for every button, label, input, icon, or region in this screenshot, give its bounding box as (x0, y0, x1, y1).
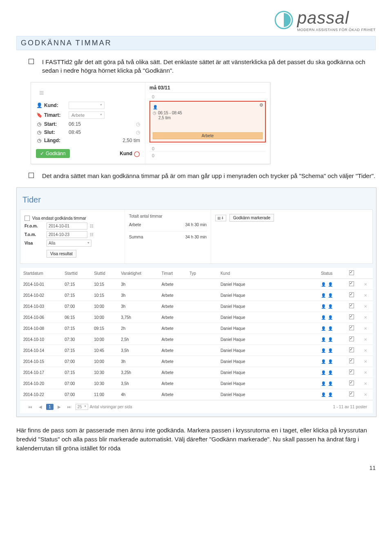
table-row[interactable]: 2014-10-2207:0011:004hArbeteDaniel Haque… (20, 389, 373, 400)
row-checkbox[interactable] (349, 281, 354, 286)
row-checkbox[interactable] (349, 336, 354, 341)
only-approved-checkbox[interactable] (24, 216, 30, 221)
tider-title: Tider (17, 188, 376, 209)
cell-typ (186, 279, 217, 290)
clock-icon: ◷ (36, 138, 42, 143)
table-row[interactable]: 2014-10-1707:1510:303,25hArbeteDaniel Ha… (20, 367, 373, 378)
th-status[interactable]: Status (318, 268, 346, 279)
calendar-icon[interactable]: ☷ (90, 224, 94, 228)
cell-startdatum: 2014-10-08 (20, 323, 61, 334)
cell-varaktighet: 3,25h (118, 367, 158, 378)
cell-startdatum: 2014-10-15 (20, 356, 61, 367)
pager-last-icon[interactable]: ⏭ (65, 404, 74, 410)
row-delete-icon[interactable]: ✕ (361, 312, 373, 323)
row-delete-icon[interactable]: ✕ (361, 367, 373, 378)
show-select[interactable]: Alla (47, 240, 91, 247)
cell-startdatum: 2014-10-03 (20, 301, 61, 312)
table-row[interactable]: 2014-10-1007:3010:002,5hArbeteDaniel Haq… (20, 334, 373, 345)
slut-value[interactable]: 08:45 (69, 129, 81, 135)
cell-sluttid: 10:15 (91, 279, 118, 290)
th-varaktighet[interactable]: Varaktighet (118, 268, 158, 279)
th-timart[interactable]: Timart (158, 268, 186, 279)
cell-starttid: 07:15 (61, 279, 91, 290)
row-delete-icon[interactable]: ✕ (361, 290, 373, 301)
row-checkbox[interactable] (349, 303, 354, 308)
row-checkbox[interactable] (349, 392, 354, 396)
clock-picker-icon[interactable]: ◷ (136, 129, 140, 135)
pager-current[interactable]: 1 (46, 404, 53, 410)
export-icon[interactable]: ▦⬇ (215, 215, 226, 221)
row-checkbox[interactable] (349, 370, 354, 374)
total-arbete-value: 34 h 30 min (185, 223, 207, 227)
approve-button[interactable]: ✓ Godkänn (36, 149, 70, 158)
from-label: Fr.o.m. (24, 224, 44, 228)
status-icons: 👤 👤 (321, 315, 333, 320)
row-delete-icon[interactable]: ✕ (361, 356, 373, 367)
row-checkbox[interactable] (349, 347, 354, 352)
pager-first-icon[interactable]: ⏮ (26, 404, 35, 410)
cell-varaktighet: 3,5h (118, 345, 158, 356)
row-checkbox[interactable] (349, 325, 354, 330)
clock-picker-icon[interactable]: ◷ (136, 121, 140, 127)
start-value[interactable]: 06:15 (69, 121, 81, 127)
th-kund[interactable]: Kund (217, 268, 318, 279)
show-results-button[interactable]: Visa resultat (47, 250, 76, 258)
cell-startdatum: 2014-10-10 (20, 334, 61, 345)
paragraph-2: Det andra sättet man kan godkänna timmar… (42, 171, 375, 180)
status-icons: 👤 👤 (321, 304, 333, 309)
row-checkbox[interactable] (349, 314, 354, 319)
row-delete-icon[interactable]: ✕ (361, 301, 373, 312)
table-row[interactable]: 2014-10-0606:1510:003,75hArbeteDaniel Ha… (20, 312, 373, 323)
timart-dropdown[interactable]: Arbete (69, 111, 105, 119)
table-row[interactable]: 2014-10-1507:0010:003hArbeteDaniel Haque… (20, 356, 373, 367)
table-row[interactable]: 2014-10-0107:1510:153hArbeteDaniel Haque… (20, 279, 373, 290)
table-row[interactable]: 2014-10-0307:0010:003hArbeteDaniel Haque… (20, 301, 373, 312)
cell-sluttid: 10:00 (91, 334, 118, 345)
table-row[interactable]: 2014-10-1407:1510:453,5hArbeteDaniel Haq… (20, 345, 373, 356)
per-page-select[interactable]: 25 (76, 404, 88, 410)
cell-kund: Daniel Haque (217, 345, 318, 356)
paragraph-1: I FASTTid2 går det att göra på två olika… (42, 58, 376, 75)
row-delete-icon[interactable]: ✕ (361, 345, 373, 356)
hamburger-icon[interactable]: ≡ (36, 87, 140, 99)
cell-timart: Arbete (158, 389, 186, 400)
row-delete-icon[interactable]: ✕ (361, 378, 373, 389)
clock-icon: ◷ (36, 121, 42, 127)
table-row[interactable]: 2014-10-0807:1509:152hArbeteDaniel Haque… (20, 323, 373, 334)
gear-icon[interactable]: ⚙ (259, 102, 263, 108)
person-small-icon: 👤 (153, 105, 158, 109)
row-checkbox[interactable] (349, 381, 354, 385)
row-delete-icon[interactable]: ✕ (361, 323, 373, 334)
cell-starttid: 07:15 (61, 323, 91, 334)
table-row[interactable]: 2014-10-2007:0010:303,5hArbeteDaniel Haq… (20, 378, 373, 389)
th-sluttid[interactable]: Sluttid (91, 268, 118, 279)
select-all-checkbox[interactable] (349, 270, 354, 275)
check-icon: ✓ (40, 151, 44, 156)
pager-next-icon[interactable]: ▶ (55, 404, 63, 410)
from-date-input[interactable]: 2014-10-01 (47, 223, 87, 229)
cell-startdatum: 2014-10-01 (20, 279, 61, 290)
th-typ[interactable]: Typ (186, 268, 217, 279)
pager-info: 1 - 11 av 11 poster (333, 405, 367, 409)
shift-card[interactable]: ⚙ 👤 ◷06:15 - 08:45 2,5 tim Arbete (149, 101, 266, 142)
approve-marked-button[interactable]: Godkänn markerade (229, 214, 274, 222)
row-delete-icon[interactable]: ✕ (361, 334, 373, 345)
cell-varaktighet: 3,5h (118, 378, 158, 389)
cell-kund: Daniel Haque (217, 301, 318, 312)
table-row[interactable]: 2014-10-0207:1510:153hArbeteDaniel Haque… (20, 290, 373, 301)
cell-starttid: 07:00 (61, 356, 91, 367)
cell-typ (186, 323, 217, 334)
row-delete-icon[interactable]: ✕ (361, 279, 373, 290)
kund-status-icon[interactable]: ◯ (134, 151, 140, 157)
th-starttid[interactable]: Starttid (61, 268, 91, 279)
total-sum-label: Summa (129, 235, 143, 239)
th-startdatum[interactable]: Startdatum (20, 268, 61, 279)
row-delete-icon[interactable]: ✕ (361, 389, 373, 400)
approve-label: Godkänn (46, 151, 66, 156)
row-checkbox[interactable] (349, 292, 354, 297)
to-date-input[interactable]: 2014-10-23 (47, 231, 87, 238)
kund-dropdown[interactable] (69, 102, 105, 109)
pager-prev-icon[interactable]: ◀ (36, 404, 45, 410)
calendar-icon[interactable]: ☷ (90, 232, 94, 237)
row-checkbox[interactable] (349, 358, 354, 363)
